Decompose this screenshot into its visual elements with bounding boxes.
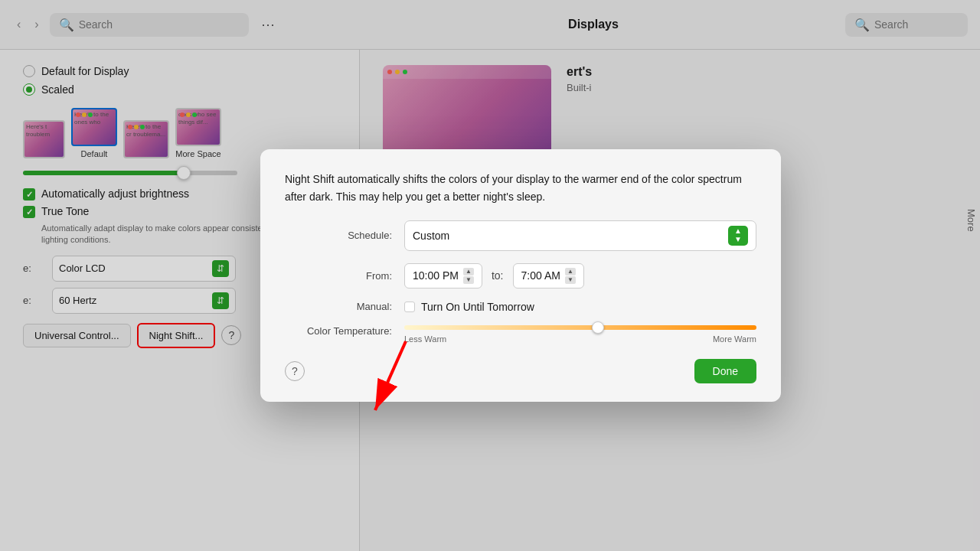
color-temp-thumb[interactable] [592, 321, 604, 334]
schedule-row: Schedule: Custom ▲ ▼ [285, 220, 756, 251]
from-down-btn[interactable]: ▼ [463, 276, 474, 284]
from-label: From: [285, 270, 392, 282]
to-up-btn[interactable]: ▲ [565, 268, 576, 276]
schedule-select[interactable]: Custom ▲ ▼ [404, 220, 756, 251]
schedule-arrow[interactable]: ▲ ▼ [728, 226, 748, 246]
manual-row: Manual: Turn On Until Tomorrow [285, 301, 756, 313]
from-time-input[interactable]: 10:00 PM ▲ ▼ [404, 263, 482, 289]
to-time-input[interactable]: 7:00 AM ▲ ▼ [513, 263, 584, 289]
manual-label: Manual: [285, 301, 392, 312]
color-temp-label: Color Temperature: [285, 325, 392, 337]
schedule-value: Custom [413, 230, 449, 242]
more-warm-label: More Warm [713, 334, 756, 344]
time-inputs: 10:00 PM ▲ ▼ to: 7:00 AM ▲ ▼ [404, 263, 584, 289]
manual-checkbox-row[interactable]: Turn On Until Tomorrow [404, 301, 534, 313]
night-shift-modal: Night Shift automatically shifts the col… [260, 149, 781, 402]
color-temp-row: Color Temperature: Less Warm More Warm [285, 325, 756, 344]
from-time-stepper[interactable]: ▲ ▼ [463, 268, 474, 284]
temp-labels: Less Warm More Warm [404, 334, 756, 344]
modal-footer: ? Done [285, 359, 756, 383]
color-temp-slider-container[interactable] [404, 325, 756, 330]
to-separator: to: [492, 269, 504, 282]
modal-help-button[interactable]: ? [285, 361, 305, 381]
from-up-btn[interactable]: ▲ [463, 268, 474, 276]
arrow-up: ▲ [734, 227, 742, 235]
time-row: From: 10:00 PM ▲ ▼ to: 7:00 AM ▲ ▼ [285, 263, 756, 289]
color-temp-section: Less Warm More Warm [404, 325, 756, 344]
manual-checkbox-label: Turn On Until Tomorrow [421, 301, 534, 313]
manual-checkbox[interactable] [404, 302, 415, 312]
done-button[interactable]: Done [694, 359, 756, 383]
less-warm-label: Less Warm [404, 334, 446, 344]
to-time-value: 7:00 AM [521, 269, 560, 282]
modal-overlay: Night Shift automatically shifts the col… [0, 0, 980, 551]
to-time-stepper[interactable]: ▲ ▼ [565, 268, 576, 284]
to-down-btn[interactable]: ▼ [565, 276, 576, 284]
color-temp-track[interactable] [404, 325, 756, 330]
arrow-down: ▼ [734, 236, 742, 243]
modal-description: Night Shift automatically shifts the col… [285, 171, 756, 205]
schedule-label: Schedule: [285, 230, 392, 241]
from-time-value: 10:00 PM [413, 269, 459, 282]
